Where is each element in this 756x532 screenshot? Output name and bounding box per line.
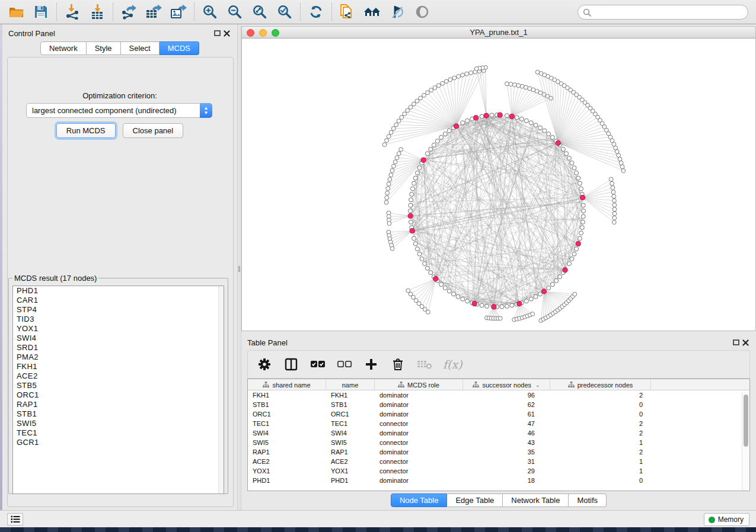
- export-network-button[interactable]: [116, 2, 141, 22]
- zoom-in-button[interactable]: [197, 2, 222, 22]
- window-minimize-icon[interactable]: [259, 29, 267, 37]
- mcds-result-item[interactable]: STB1: [13, 409, 224, 419]
- mcds-result-item[interactable]: FKH1: [13, 362, 224, 371]
- network-graph: [242, 39, 755, 330]
- tab-style[interactable]: Style: [87, 41, 121, 55]
- memory-button[interactable]: Memory: [704, 513, 749, 526]
- mcds-result-item[interactable]: STP4: [13, 305, 224, 315]
- mcds-result-item[interactable]: ACE2: [13, 371, 224, 381]
- network-canvas[interactable]: [241, 39, 756, 331]
- column-header-MCDS-role[interactable]: MCDS role: [375, 379, 463, 390]
- table-row[interactable]: ORC1ORC1dominator610: [248, 409, 749, 419]
- zoom-in-icon: [202, 4, 218, 20]
- mcds-result-item[interactable]: RAP1: [13, 400, 224, 409]
- close-panel-button[interactable]: [222, 29, 231, 37]
- task-history-button[interactable]: [7, 513, 23, 525]
- table-row[interactable]: TEC1TEC1connector472: [248, 419, 749, 428]
- tab-edge-table[interactable]: Edge Table: [447, 493, 503, 507]
- cell-name: ORC1: [326, 409, 375, 419]
- mcds-result-item[interactable]: CAR1: [13, 296, 224, 305]
- network-window-titlebar[interactable]: YPA_prune.txt_1: [241, 26, 756, 39]
- cell-shared-name: TEC1: [248, 419, 326, 428]
- zoom-out-button[interactable]: [222, 2, 247, 22]
- close-mcds-panel-button[interactable]: Close panel: [123, 123, 184, 138]
- table-header-row: shared namenameMCDS rolesuccessor nodes⌄…: [248, 379, 749, 390]
- import-table-button[interactable]: [85, 2, 110, 22]
- window-close-icon[interactable]: [247, 29, 254, 37]
- open-session-button[interactable]: [4, 2, 28, 22]
- mcds-result-item[interactable]: SWI5: [13, 419, 224, 428]
- mcds-result-list[interactable]: PHD1CAR1STP4TID3YOX1SWI4SRD1PMA2FKH1ACE2…: [12, 286, 224, 494]
- tab-mcds[interactable]: MCDS: [160, 41, 199, 55]
- table-row[interactable]: STB1STB1dominator620: [248, 400, 749, 409]
- table-row[interactable]: SWI4SWI4dominator462: [248, 428, 749, 438]
- mcds-list-scrollbar[interactable]: [218, 286, 224, 493]
- table-scrollbar[interactable]: [742, 392, 749, 491]
- table-row[interactable]: FKH1FKH1dominator962: [248, 390, 749, 400]
- share-network-button[interactable]: [335, 2, 360, 22]
- import-network-button[interactable]: [60, 2, 85, 22]
- column-header-shared-name[interactable]: shared name: [248, 379, 326, 390]
- mcds-result-item[interactable]: PHD1: [13, 286, 224, 296]
- search-icon: [583, 8, 591, 17]
- open-folder-icon: [8, 5, 24, 19]
- column-label: predecessor nodes: [578, 382, 633, 389]
- mcds-result-item[interactable]: SRD1: [13, 343, 224, 352]
- table-row[interactable]: PHD1PHD1dominator180: [248, 476, 749, 485]
- hide-details-button[interactable]: [385, 2, 410, 22]
- export-image-button[interactable]: [166, 2, 191, 22]
- tab-node-table[interactable]: Node Table: [391, 493, 448, 507]
- tab-network[interactable]: Network: [40, 41, 87, 55]
- column-header-name[interactable]: name: [326, 379, 375, 390]
- window-maximize-icon[interactable]: [272, 29, 279, 37]
- mcds-result-item[interactable]: ORC1: [13, 390, 224, 400]
- create-column-button[interactable]: [363, 355, 379, 373]
- cell-MCDS-role: connector: [375, 457, 463, 466]
- cell-successor-nodes: 18: [463, 476, 550, 485]
- cell-predecessor-nodes: 2: [550, 390, 651, 400]
- show-details-button[interactable]: [410, 2, 435, 22]
- mcds-result-item[interactable]: PMA2: [13, 352, 224, 362]
- zoom-selected-button[interactable]: [272, 2, 297, 22]
- panel-splitter[interactable]: [237, 24, 241, 510]
- node-table[interactable]: shared namenameMCDS rolesuccessor nodes⌄…: [247, 379, 750, 491]
- tab-motifs[interactable]: Motifs: [569, 493, 607, 507]
- column-header-successor-nodes[interactable]: successor nodes⌄: [463, 379, 550, 390]
- close-icon: [742, 339, 749, 346]
- optimization-criterion-select[interactable]: largest connected component (undirected)…: [26, 103, 212, 118]
- table-row[interactable]: YOX1YOX1connector291: [248, 466, 749, 476]
- close-table-panel-button[interactable]: [741, 338, 750, 347]
- table-row[interactable]: ACE2ACE2connector311: [248, 457, 749, 466]
- cell-predecessor-nodes: 1: [550, 457, 651, 466]
- float-panel-button[interactable]: [212, 29, 222, 37]
- table-options-button[interactable]: [256, 355, 273, 373]
- float-table-panel-button[interactable]: [731, 338, 741, 347]
- run-mcds-button[interactable]: Run MCDS: [56, 123, 116, 138]
- toolbar-separator: [56, 3, 57, 21]
- float-icon: [214, 30, 221, 36]
- search-input[interactable]: [594, 8, 736, 17]
- save-session-button[interactable]: [28, 2, 53, 22]
- scrollbar-thumb[interactable]: [744, 395, 748, 447]
- search-field[interactable]: [578, 5, 748, 20]
- column-header-predecessor-nodes[interactable]: predecessor nodes: [550, 379, 651, 390]
- mcds-result-item[interactable]: TID3: [13, 315, 224, 324]
- mcds-result-item[interactable]: YOX1: [13, 324, 224, 334]
- mcds-result-item[interactable]: TEC1: [13, 428, 224, 438]
- mcds-result-item[interactable]: GCR1: [13, 438, 224, 447]
- select-all-columns-button[interactable]: [310, 355, 326, 373]
- zoom-fit-button[interactable]: [247, 2, 272, 22]
- delete-columns-button[interactable]: [390, 355, 406, 373]
- deselect-all-columns-button[interactable]: [336, 355, 353, 373]
- mcds-result-item[interactable]: SWI4: [13, 334, 224, 343]
- table-row[interactable]: RAP1RAP1dominator352: [248, 447, 749, 457]
- export-table-button[interactable]: [141, 2, 166, 22]
- tab-select[interactable]: Select: [121, 41, 160, 55]
- network-overview-button[interactable]: [360, 2, 385, 22]
- table-row[interactable]: SWI5SWI5connector431: [248, 438, 749, 447]
- toggle-panel-layout-button[interactable]: [283, 355, 299, 373]
- mcds-result-item[interactable]: STB5: [13, 381, 224, 390]
- apply-layout-button[interactable]: [304, 2, 328, 22]
- tab-network-table[interactable]: Network Table: [503, 493, 569, 507]
- toolbar-separator: [113, 3, 113, 21]
